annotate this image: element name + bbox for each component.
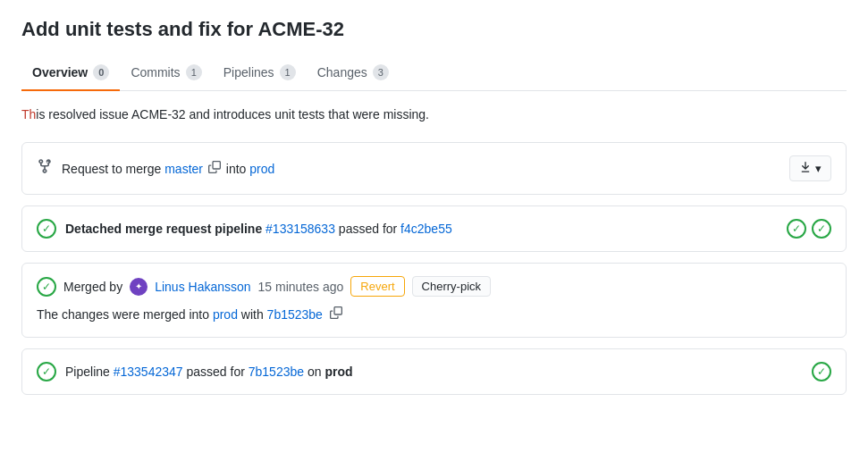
pipeline-success-icon: ✓ bbox=[37, 219, 56, 239]
merged-card: ✓ Merged by ✦ Linus Hakansson 15 minutes… bbox=[21, 263, 847, 338]
tab-commits-label: Commits bbox=[131, 65, 180, 80]
merge-detail: The changes were merged into prod with 7… bbox=[37, 306, 831, 324]
description-highlight: Th bbox=[21, 107, 36, 122]
target-branch-link[interactable]: prod bbox=[249, 162, 274, 176]
merge-icon bbox=[37, 158, 53, 179]
merged-card-body: ✓ Merged by ✦ Linus Hakansson 15 minutes… bbox=[22, 264, 846, 337]
revert-button[interactable]: Revert bbox=[350, 276, 404, 297]
page-title: Add unit tests and fix for ACME-32 bbox=[21, 18, 847, 41]
pipeline-right-success-icon-2: ✓ bbox=[812, 219, 831, 239]
pipeline2-card: ✓ Pipeline #133542347 passed for 7b1523b… bbox=[21, 348, 847, 395]
pipeline-card-right: ✓ ✓ bbox=[787, 219, 831, 239]
pipeline2-card-content: ✓ Pipeline #133542347 passed for 7b1523b… bbox=[22, 349, 846, 394]
download-icon bbox=[799, 161, 812, 176]
tab-changes-label: Changes bbox=[317, 65, 367, 80]
merged-success-icon: ✓ bbox=[37, 277, 56, 297]
tab-changes[interactable]: Changes 3 bbox=[307, 55, 400, 91]
tab-pipelines[interactable]: Pipelines 1 bbox=[213, 55, 307, 91]
tab-overview-badge: 0 bbox=[93, 64, 109, 80]
tab-pipelines-label: Pipelines bbox=[223, 65, 274, 80]
merge-request-card: Request to merge master into prod ▾ bbox=[21, 142, 847, 195]
pipeline-commit-link[interactable]: f4c2be55 bbox=[400, 222, 452, 236]
pipeline2-commit-link[interactable]: 7b1523be bbox=[249, 365, 304, 379]
dropdown-chevron-icon: ▾ bbox=[815, 162, 822, 175]
pipeline-id-link[interactable]: #133158633 bbox=[265, 222, 335, 236]
author-link[interactable]: Linus Hakansson bbox=[155, 280, 250, 294]
download-button[interactable]: ▾ bbox=[789, 155, 831, 181]
pipeline-text: Detached merge request pipeline #1331586… bbox=[65, 222, 452, 236]
copy-commit-icon[interactable] bbox=[330, 306, 342, 319]
pipeline-card-content: ✓ Detached merge request pipeline #13315… bbox=[22, 206, 846, 251]
merged-commit-link[interactable]: 7b1523be bbox=[267, 307, 323, 322]
description-text: is resolved issue ACME-32 and introduces… bbox=[36, 107, 429, 122]
pipeline-card-left: ✓ Detached merge request pipeline #13315… bbox=[37, 219, 452, 239]
copy-branch-icon[interactable] bbox=[208, 161, 221, 173]
tab-commits-badge: 1 bbox=[186, 64, 202, 80]
pipeline2-right-success-icon: ✓ bbox=[812, 362, 831, 381]
cherrypick-button[interactable]: Cherry-pick bbox=[412, 276, 491, 297]
merged-branch-link[interactable]: prod bbox=[213, 307, 238, 322]
tabs-nav: Overview 0 Commits 1 Pipelines 1 Changes… bbox=[21, 55, 847, 91]
source-branch-link[interactable]: master bbox=[164, 162, 203, 176]
pipeline2-id-link[interactable]: #133542347 bbox=[114, 365, 183, 379]
merge-request-text: Request to merge master into prod bbox=[62, 161, 274, 176]
tab-changes-badge: 3 bbox=[373, 64, 389, 80]
merge-time: 15 minutes ago bbox=[258, 280, 344, 294]
tab-overview[interactable]: Overview 0 bbox=[21, 55, 120, 91]
tab-overview-label: Overview bbox=[32, 65, 88, 80]
merge-request-left: Request to merge master into prod bbox=[37, 158, 274, 179]
pipeline2-text: Pipeline #133542347 passed for 7b1523be … bbox=[65, 365, 353, 379]
tab-pipelines-badge: 1 bbox=[280, 64, 296, 80]
pipeline-right-success-icon-1: ✓ bbox=[787, 219, 806, 239]
merge-request-card-content: Request to merge master into prod ▾ bbox=[22, 143, 846, 194]
tab-commits[interactable]: Commits 1 bbox=[120, 55, 212, 91]
pipeline2-card-left: ✓ Pipeline #133542347 passed for 7b1523b… bbox=[37, 362, 353, 381]
pipeline-card: ✓ Detached merge request pipeline #13315… bbox=[21, 205, 847, 252]
pipeline2-card-right: ✓ bbox=[812, 362, 831, 381]
mr-description: This resolved issue ACME-32 and introduc… bbox=[21, 105, 847, 124]
merged-row: ✓ Merged by ✦ Linus Hakansson 15 minutes… bbox=[37, 276, 831, 297]
author-avatar: ✦ bbox=[130, 278, 147, 296]
pipeline2-success-icon: ✓ bbox=[37, 362, 56, 381]
merge-request-right: ▾ bbox=[789, 155, 831, 181]
